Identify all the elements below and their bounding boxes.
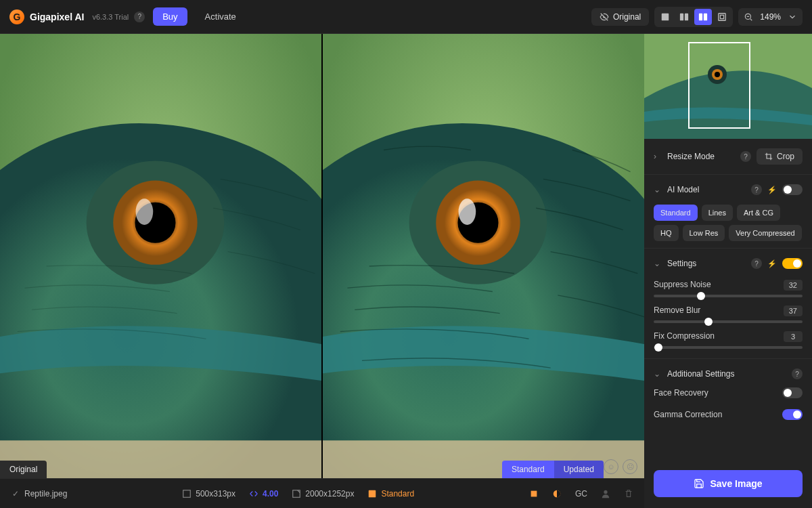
navigator-preview[interactable]: [644, 34, 812, 139]
status-bar: ✓Reptile.jpeg 500x313px 4.00 2000x1252px…: [0, 478, 644, 508]
model-chip-art-cg[interactable]: Art & CG: [737, 205, 780, 221]
help-icon[interactable]: ?: [751, 184, 762, 195]
navigator-viewport[interactable]: [688, 42, 750, 129]
activate-button[interactable]: Activate: [196, 7, 246, 26]
happy-face-icon[interactable]: ☺: [604, 459, 618, 474]
svg-rect-20: [183, 490, 191, 497]
dimensions-in-icon: [182, 489, 191, 499]
chevron-down-icon: ⌄: [654, 259, 662, 268]
resize-mode-title: Resize Mode: [667, 152, 735, 161]
eye-off-icon: [600, 12, 609, 22]
chevron-right-icon: ›: [654, 152, 662, 161]
original-toggle[interactable]: Original: [591, 8, 649, 26]
original-pane-label: Original: [0, 461, 47, 478]
slider-suppress-noise[interactable]: [654, 295, 803, 297]
svg-point-25: [604, 490, 607, 493]
model-applied-label: Standard: [502, 461, 554, 478]
gamma-label: Gamma Correction: [654, 410, 722, 419]
chevron-down-icon[interactable]: [786, 11, 798, 23]
app-title: Gigapixel AI: [30, 12, 84, 22]
ai-model-auto-toggle[interactable]: [782, 184, 803, 195]
svg-rect-6: [721, 15, 724, 18]
model-chip-lines[interactable]: Lines: [702, 205, 733, 221]
slider-remove-blur[interactable]: [654, 320, 803, 323]
slider-value: 37: [784, 305, 803, 316]
scale-icon: [249, 489, 258, 499]
save-icon: [694, 478, 704, 489]
output-dimensions: 2000x1252px: [305, 489, 354, 499]
model-applied: Standard: [381, 489, 414, 499]
pane-original: Original: [0, 34, 321, 478]
trash-icon[interactable]: [624, 489, 633, 499]
original-toggle-label: Original: [613, 12, 641, 22]
ai-model-header[interactable]: ⌄ AI Model ? ⚡: [654, 182, 803, 198]
zoom-value: 149%: [760, 12, 781, 22]
slider-value: 3: [784, 331, 803, 342]
image-viewer: Original: [0, 34, 644, 508]
svg-rect-4: [704, 13, 707, 20]
svg-point-12: [136, 198, 154, 225]
chevron-down-icon: ⌄: [654, 369, 662, 379]
svg-rect-3: [699, 13, 702, 20]
face-recovery-label: Face Recovery: [654, 388, 708, 398]
check-icon: ✓: [11, 489, 20, 499]
view-overlay-icon[interactable]: [713, 9, 731, 25]
square-icon[interactable]: [529, 489, 539, 499]
bolt-icon: ⚡: [767, 186, 777, 194]
settings-auto-toggle[interactable]: [782, 258, 803, 269]
zoom-control: 149%: [738, 8, 803, 26]
view-single-icon[interactable]: [656, 9, 674, 25]
crop-button[interactable]: Crop: [757, 148, 803, 165]
person-icon[interactable]: [601, 489, 610, 499]
settings-sidebar: › Resize Mode ? Crop ⌄ AI Model ? ⚡ Stan…: [644, 34, 812, 508]
additional-title: Additional Settings: [667, 369, 786, 379]
slider-fix-compression[interactable]: [654, 346, 803, 349]
resize-mode-header[interactable]: › Resize Mode ? Crop: [654, 146, 803, 167]
updated-label: Updated: [554, 461, 604, 478]
filename-label: Reptile.jpeg: [24, 489, 67, 499]
view-split-icon[interactable]: [675, 9, 693, 25]
scale-value: 4.00: [263, 489, 278, 499]
save-image-button[interactable]: Save Image: [654, 470, 803, 497]
settings-title: Settings: [667, 259, 746, 268]
face-recovery-toggle[interactable]: [782, 387, 803, 398]
help-icon[interactable]: ?: [792, 368, 803, 379]
gc-label: GC: [575, 489, 587, 499]
app-logo-group: G Gigapixel AI v6.3.3 Trial ?: [9, 9, 145, 24]
svg-rect-0: [662, 13, 669, 20]
svg-point-18: [459, 198, 476, 225]
settings-header[interactable]: ⌄ Settings ? ⚡: [654, 255, 803, 272]
additional-settings-header[interactable]: ⌄ Additional Settings ?: [654, 366, 803, 382]
compare-panes[interactable]: Original: [0, 34, 644, 478]
bolt-icon: ⚡: [767, 259, 777, 268]
slider-label: Fix Compression: [654, 331, 715, 342]
help-icon[interactable]: ?: [751, 258, 762, 269]
app-logo-icon: G: [9, 9, 24, 24]
model-chip-low-res[interactable]: Low Res: [683, 225, 725, 241]
top-bar: G Gigapixel AI v6.3.3 Trial ? Buy Activa…: [0, 0, 812, 34]
model-chip-hq[interactable]: HQ: [654, 225, 679, 241]
view-side-by-side-icon[interactable]: [694, 9, 712, 25]
view-mode-switch: [654, 7, 733, 27]
svg-rect-5: [719, 13, 726, 20]
updated-pane-label: Standard Updated: [502, 461, 604, 478]
ai-model-title: AI Model: [667, 185, 746, 194]
gamma-toggle[interactable]: [782, 409, 803, 420]
model-chip-standard[interactable]: Standard: [654, 205, 698, 221]
help-icon[interactable]: ?: [134, 12, 145, 22]
model-icon: [367, 489, 377, 499]
contrast-icon[interactable]: [552, 489, 562, 499]
svg-rect-1: [680, 13, 683, 20]
buy-button[interactable]: Buy: [153, 7, 187, 26]
input-dimensions: 500x313px: [196, 489, 235, 499]
dimensions-out-icon: [292, 489, 301, 499]
model-chip-very-compressed[interactable]: Very Compressed: [729, 225, 801, 241]
help-icon[interactable]: ?: [740, 151, 751, 162]
pane-updated: [323, 34, 644, 478]
slider-label: Suppress Noise: [654, 280, 711, 291]
svg-rect-22: [369, 490, 376, 497]
neutral-face-icon[interactable]: ☹: [623, 459, 637, 474]
zoom-out-icon[interactable]: [742, 11, 754, 23]
svg-rect-23: [531, 490, 537, 496]
svg-rect-13: [0, 440, 321, 478]
